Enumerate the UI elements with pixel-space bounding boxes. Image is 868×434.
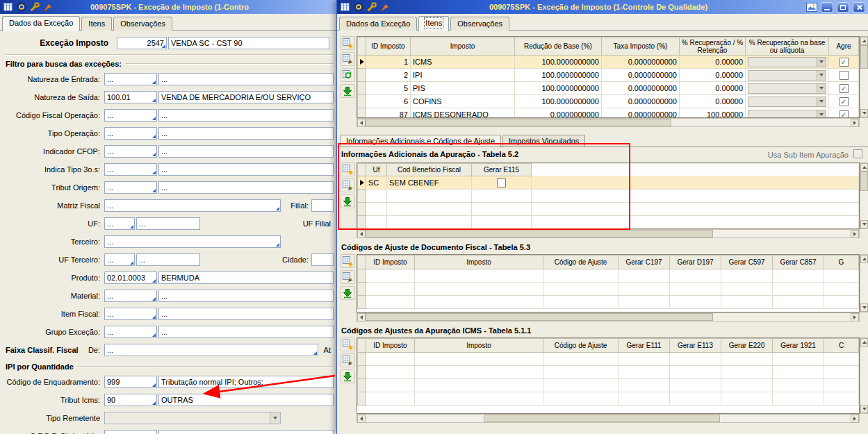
scroll-thumb[interactable] (860, 45, 868, 69)
section-5-3-vscrollbar[interactable] (860, 254, 868, 312)
tipo-operacao-code-input[interactable]: ... (104, 127, 157, 140)
tab-itens[interactable]: Itens (418, 16, 449, 31)
tribut-icms-code-input[interactable]: 90 (104, 394, 157, 406)
scroll-track[interactable] (366, 415, 484, 422)
scroll-thumb[interactable] (484, 415, 720, 422)
scroll-left-button[interactable] (357, 119, 366, 127)
agregar-checkbox[interactable] (840, 71, 849, 80)
scroll-down-button[interactable] (860, 405, 868, 413)
last-record-button[interactable] (341, 369, 355, 383)
tribut-origem-code-input[interactable]: ... (104, 181, 157, 194)
col-header-codigo-ajuste[interactable]: Código de Ajuste (543, 256, 619, 269)
scroll-track[interactable] (671, 119, 851, 126)
item-fiscal-desc-input[interactable]: ... (158, 308, 334, 320)
scroll-up-button[interactable] (860, 338, 868, 347)
indicador-cfop-code-input[interactable]: ... (104, 145, 157, 158)
col-header-gerar-c857[interactable]: Gerar C857 (773, 256, 824, 269)
table-row-empty[interactable] (358, 283, 859, 296)
recuperacao-base-select[interactable] (748, 70, 826, 81)
dropdown-button[interactable] (817, 84, 826, 93)
scroll-track[interactable] (713, 230, 851, 237)
agregar-checkbox[interactable]: ✓ (840, 97, 849, 106)
tab-itens[interactable]: Itens (81, 17, 112, 31)
agregar-checkbox[interactable]: ✓ (840, 58, 849, 67)
scroll-track[interactable] (860, 347, 868, 405)
table-row-empty[interactable] (358, 379, 859, 392)
indica-tipo-3os-code-input[interactable]: ... (104, 163, 157, 176)
table-row-icms[interactable]: 1 ICMS 100.0000000000 0.0000000000 0.000… (358, 56, 859, 69)
indica-tipo-3os-desc-input[interactable]: ... (158, 163, 334, 176)
close-button[interactable] (853, 2, 865, 12)
scroll-track[interactable] (860, 191, 868, 220)
last-record-button[interactable] (341, 84, 355, 98)
scroll-track[interactable] (860, 69, 868, 109)
scroll-track[interactable] (860, 263, 868, 303)
table-row-empty[interactable] (358, 353, 859, 366)
maximize-button[interactable] (837, 2, 849, 12)
uf-terceiro-code-input[interactable]: ... (104, 253, 135, 266)
cfop-obrigatorio-code-input[interactable]: ... (104, 430, 157, 434)
grupo-excecao-code-input[interactable]: ... (104, 326, 157, 338)
col-header-imposto[interactable]: Imposto (411, 37, 515, 56)
col-header-gerar-e115[interactable]: Gerar E115 (472, 164, 532, 176)
scroll-right-button[interactable] (851, 119, 859, 127)
refresh-button[interactable] (341, 68, 355, 82)
dropdown-button[interactable] (817, 71, 826, 80)
last-record-button[interactable] (341, 286, 355, 300)
table-row-empty[interactable] (358, 269, 859, 283)
col-header-agregar[interactable]: Agre (829, 37, 859, 56)
cfop-obrigatorio-desc-input[interactable]: ... (158, 430, 334, 434)
edit-record-button[interactable] (341, 52, 355, 66)
table-row-empty[interactable] (358, 203, 859, 216)
produto-code-input[interactable]: 02.01.0003 (104, 272, 157, 284)
terceiro-input[interactable]: ... (104, 235, 281, 248)
tab-dados-da-excecao[interactable]: Dados da Exceção (339, 17, 417, 31)
scroll-down-button[interactable] (860, 303, 868, 312)
table-row-cofins[interactable]: 6 COFINS 100.0000000000 0.0000000000 0.0… (358, 95, 859, 108)
section-5-1-1-hscrollbar[interactable] (357, 414, 860, 423)
tribut-icms-desc-input[interactable]: OUTRAS (158, 394, 334, 406)
col-header-reducao[interactable]: Redução de Base (%) (515, 37, 602, 56)
scroll-left-button[interactable] (357, 230, 366, 238)
tribut-origem-desc-input[interactable]: ... (158, 181, 334, 194)
section-5-3-hscrollbar[interactable] (357, 312, 860, 322)
scroll-up-button[interactable] (860, 255, 868, 263)
codigo-fiscal-operacao-code-input[interactable]: ... (104, 109, 157, 122)
codigo-enquadramento-code-input[interactable]: 999 (104, 376, 157, 388)
insert-record-button[interactable] (341, 337, 355, 351)
tipo-remetente-select[interactable] (104, 412, 281, 424)
col-header-gerar-g[interactable]: G (824, 256, 859, 269)
natureza-saida-code-input[interactable]: 100.01 (104, 91, 157, 103)
scroll-thumb[interactable] (860, 172, 868, 191)
material-code-input[interactable]: ... (104, 290, 157, 302)
subtab-impostos-vinculados[interactable]: Impostos Vinculados (502, 135, 585, 147)
faixa-de-input[interactable]: ... (104, 344, 318, 356)
recuperacao-base-select[interactable] (748, 110, 826, 119)
scroll-left-button[interactable] (357, 415, 366, 423)
edit-record-button[interactable] (341, 353, 355, 367)
table-row-empty[interactable] (358, 190, 859, 203)
scroll-thumb[interactable] (366, 230, 713, 237)
scroll-thumb[interactable] (366, 119, 671, 126)
recuperacao-base-select[interactable] (748, 57, 826, 67)
item-fiscal-code-input[interactable]: ... (104, 308, 157, 320)
material-desc-input[interactable]: ... (158, 290, 334, 302)
scroll-down-button[interactable] (860, 220, 868, 228)
col-header-uf[interactable]: Uf (366, 164, 387, 176)
section-5-2-vscrollbar[interactable] (860, 162, 868, 229)
minimize-button[interactable] (821, 2, 833, 12)
indicador-cfop-desc-input[interactable]: ... (158, 145, 334, 158)
scroll-thumb[interactable] (366, 313, 713, 321)
agregar-checkbox[interactable]: ✓ (840, 110, 849, 118)
scroll-track[interactable] (720, 415, 851, 422)
col-header-imposto[interactable]: Imposto (415, 339, 543, 353)
col-header-gerar-c[interactable]: C (824, 339, 859, 353)
col-header-recuperacao[interactable]: % Recuperação / % Retenção (680, 37, 746, 56)
recuperacao-base-select[interactable] (748, 97, 826, 107)
left-titlebar[interactable]: 009075SPK - Exceção de Imposto (1-Contro (0, 0, 338, 14)
edit-record-button[interactable] (341, 178, 355, 192)
grupo-excecao-desc-input[interactable]: ... (158, 326, 334, 338)
section-5-1-1-vscrollbar[interactable] (860, 337, 868, 414)
tab-dados-da-excecao[interactable]: Dados da Exceção (2, 16, 80, 31)
filial-input[interactable] (311, 199, 334, 212)
